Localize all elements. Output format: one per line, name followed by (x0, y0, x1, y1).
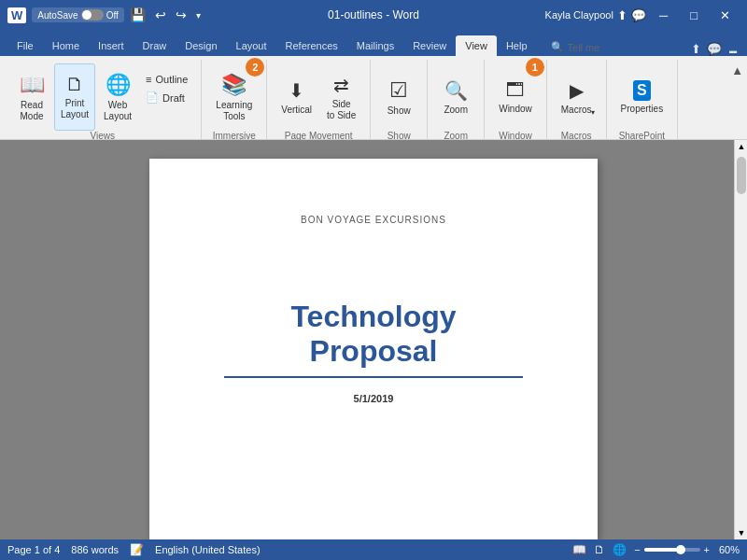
print-layout-icon: 🗋 (65, 74, 84, 95)
side-to-side-button[interactable]: ⇄ Sideto Side (320, 63, 362, 131)
side-to-side-label: Sideto Side (327, 99, 356, 121)
print-layout-button[interactable]: 🗋 PrintLayout (54, 63, 95, 131)
zoom-plus-button[interactable]: + (704, 544, 710, 555)
tab-draw[interactable]: Draw (134, 35, 176, 56)
scrollbar-vertical: ▲ ▼ (734, 140, 747, 539)
scroll-down-button[interactable]: ▼ (735, 526, 747, 539)
save-icon[interactable]: 💾 (130, 7, 146, 22)
ribbon-tabs: File Home Insert Draw Design Layout Refe… (0, 30, 747, 56)
minimize-button[interactable]: ─ (650, 5, 677, 26)
content-area: BON VOYAGE EXCURSIONS Technology Proposa… (0, 140, 747, 539)
macros-icon: ▶ (570, 79, 584, 102)
comment-icon[interactable]: 💬 (631, 8, 646, 22)
tab-insert[interactable]: Insert (89, 35, 134, 56)
properties-button[interactable]: S Properties (614, 63, 670, 131)
ribbon-group-zoom: 🔍 Zoom Zoom (428, 60, 485, 139)
view-web-icon[interactable]: 🌐 (613, 543, 627, 556)
zoom-minus-button[interactable]: − (634, 544, 640, 555)
web-layout-label: WebLayout (104, 100, 132, 122)
web-layout-icon: 🌐 (106, 73, 131, 97)
user-name: Kayla Claypool (545, 9, 613, 21)
restore-button[interactable]: □ (681, 5, 707, 26)
ribbon-group-immersive: 📚 LearningTools 2 Immersive (202, 60, 267, 139)
tab-file[interactable]: File (7, 35, 43, 56)
view-print-icon[interactable]: 🗋 (594, 543, 605, 556)
ribbon: 📖 ReadMode 🗋 PrintLayout 🌐 WebLayout ≡ O… (0, 56, 747, 140)
zoom-slider[interactable] (644, 548, 700, 552)
autosave-label: AutoSave (37, 10, 78, 21)
proofing-icon[interactable]: 📝 (130, 543, 144, 556)
title-bar: W AutoSave Off 💾 ↩ ↪ ▾ 01-outlines - Wor… (0, 0, 747, 30)
share-button[interactable]: ⬆ (691, 42, 701, 56)
zoom-button[interactable]: 🔍 Zoom (435, 63, 476, 131)
title-bar-left: W AutoSave Off 💾 ↩ ↪ ▾ (7, 6, 204, 24)
tell-me-search[interactable]: 🔍 Tell me (544, 38, 607, 56)
properties-label: Properties (621, 104, 664, 115)
vertical-button[interactable]: ⬇ Vertical (275, 63, 318, 131)
page-movement-items: ⬇ Vertical ⇄ Sideto Side (275, 63, 362, 131)
tab-mailings[interactable]: Mailings (347, 35, 403, 56)
zoom-slider-knob (676, 545, 685, 554)
show-button[interactable]: ☑ Show (378, 63, 419, 131)
zoom-icon: 🔍 (444, 79, 468, 102)
page-count: Page 1 of 4 (7, 544, 60, 555)
macros-button[interactable]: ▶ Macros ▾ (555, 63, 599, 131)
toggle-knob (82, 10, 92, 20)
learning-tools-wrap: 📚 LearningTools 2 (209, 63, 259, 131)
autosave-toggle[interactable]: AutoSave Off (32, 7, 124, 22)
tab-home[interactable]: Home (43, 35, 89, 56)
view-read-icon[interactable]: 📖 (572, 543, 586, 556)
ribbon-collapse-button[interactable]: 🗕 (727, 42, 740, 56)
search-icon: 🔍 (551, 41, 564, 53)
outline-icon: ≡ (146, 74, 151, 85)
web-layout-button[interactable]: 🌐 WebLayout (97, 63, 138, 131)
draft-icon: 📄 (146, 91, 159, 104)
autosave-switch[interactable] (81, 9, 104, 21)
scroll-thumb[interactable] (737, 157, 746, 194)
window-label: Window (499, 104, 532, 115)
title-bar-right: Kayla Claypool ⬆ 💬 ─ □ ✕ (545, 5, 740, 26)
language[interactable]: English (United States) (155, 544, 261, 555)
tab-review[interactable]: Review (403, 35, 456, 56)
window-badge: 1 (526, 58, 544, 77)
read-mode-button[interactable]: 📖 ReadMode (11, 63, 52, 131)
draft-button[interactable]: 📄 Draft (140, 89, 193, 106)
outline-draft-col: ≡ Outline 📄 Draft (140, 63, 193, 106)
tab-design[interactable]: Design (176, 35, 226, 56)
redo-button[interactable]: ↪ (172, 6, 190, 24)
company-name: BON VOYAGE EXCURSIONS (301, 215, 446, 225)
zoom-level[interactable]: 60% (713, 544, 740, 555)
status-left: Page 1 of 4 886 words 📝 English (United … (7, 543, 261, 556)
print-layout-label: PrintLayout (61, 98, 89, 120)
zoom-label: Zoom (444, 105, 468, 116)
scroll-up-button[interactable]: ▲ (735, 140, 747, 153)
ribbon-collapse-arrow[interactable]: ▲ (731, 63, 743, 77)
autosave-state: Off (106, 10, 119, 21)
word-count: 886 words (71, 544, 119, 555)
tab-layout[interactable]: Layout (227, 35, 276, 56)
show-items: ☑ Show (378, 63, 419, 131)
word-logo-icon: W (7, 7, 26, 23)
document-container: BON VOYAGE EXCURSIONS Technology Proposa… (0, 140, 747, 539)
quick-access-more[interactable]: ▾ (192, 8, 204, 22)
draft-label: Draft (162, 92, 185, 104)
undo-button[interactable]: ↩ (151, 6, 170, 24)
comments-button[interactable]: 💬 (707, 42, 722, 56)
learning-tools-label: LearningTools (216, 100, 252, 122)
close-button[interactable]: ✕ (711, 5, 740, 26)
outline-button[interactable]: ≡ Outline (140, 71, 193, 88)
tell-me-label: Tell me (568, 42, 600, 53)
ribbon-group-show: ☑ Show Show (371, 60, 428, 139)
ribbon-group-views: 📖 ReadMode 🗋 PrintLayout 🌐 WebLayout ≡ O… (4, 60, 202, 139)
tab-help[interactable]: Help (497, 35, 537, 56)
ribbon-group-sharepoint: S Properties SharePoint (607, 60, 679, 139)
learning-tools-badge: 2 (246, 58, 264, 77)
show-label: Show (388, 105, 411, 117)
status-right: 📖 🗋 🌐 − + 60% (572, 543, 740, 556)
status-bar: Page 1 of 4 886 words 📝 English (United … (0, 539, 747, 560)
tab-references[interactable]: References (276, 35, 347, 56)
zoom-items: 🔍 Zoom (435, 63, 476, 131)
tab-view[interactable]: View (456, 35, 497, 56)
share-icon[interactable]: ⬆ (617, 8, 627, 22)
document-page: BON VOYAGE EXCURSIONS Technology Proposa… (149, 159, 598, 539)
